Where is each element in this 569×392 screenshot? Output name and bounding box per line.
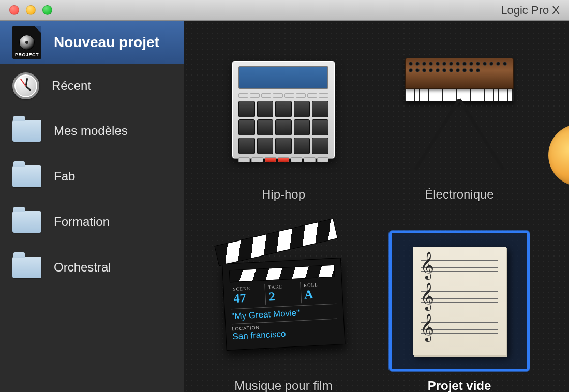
window-titlebar: Logic Pro X <box>0 0 569 21</box>
sidebar-folder-my-templates[interactable]: Mes modèles <box>0 108 184 154</box>
sidebar-item-recent[interactable]: Récent <box>0 64 184 108</box>
zoom-window-button[interactable] <box>42 5 52 15</box>
clock-icon <box>12 72 39 99</box>
clap-roll-value: A <box>304 287 333 302</box>
folder-icon <box>12 257 41 278</box>
project-file-icon: PROJECT <box>12 26 41 59</box>
sidebar-folder-orchestral[interactable]: Orchestral <box>0 245 184 290</box>
clapperboard-icon: SCENE 47 TAKE 2 ROLL A <box>221 251 345 351</box>
folder-icon <box>12 120 41 142</box>
close-window-button[interactable] <box>9 5 19 15</box>
sheet-music-icon <box>413 247 506 355</box>
sidebar-folder-formation[interactable]: Formation <box>0 199 184 245</box>
clap-take-value: 2 <box>268 289 298 304</box>
template-item-film-music[interactable]: SCENE 47 TAKE 2 ROLL A <box>201 231 366 392</box>
sidebar-item-label: Orchestral <box>54 260 111 275</box>
template-caption: Projet vide <box>428 379 491 392</box>
template-item-electronic[interactable]: Électronique <box>377 39 542 225</box>
sidebar-item-label: Nouveau projet <box>54 34 159 51</box>
window-title: Logic Pro X <box>501 0 560 21</box>
sidebar-item-label: Fab <box>54 169 75 184</box>
project-badge-label: PROJECT <box>15 52 39 57</box>
drum-machine-icon <box>232 61 335 159</box>
folder-icon <box>12 165 41 187</box>
template-caption: Hip-hop <box>262 187 305 202</box>
window-controls <box>9 5 52 15</box>
sidebar-item-label: Récent <box>52 79 91 93</box>
sidebar: PROJECT Nouveau projet Récent Mes modèle… <box>0 21 184 392</box>
sidebar-item-new-project[interactable]: PROJECT Nouveau projet <box>0 21 184 64</box>
minimize-window-button[interactable] <box>26 5 36 15</box>
template-grid: Hip-hop <box>201 39 552 392</box>
template-caption: Électronique <box>425 187 493 202</box>
template-item-hiphop[interactable]: Hip-hop <box>201 39 366 225</box>
template-panel: Hip-hop <box>184 21 569 392</box>
folder-icon <box>12 211 41 233</box>
template-item-empty-project[interactable]: Projet vide <box>377 231 542 392</box>
clap-scene-value: 47 <box>233 290 263 306</box>
template-caption: Musique pour film <box>234 379 332 392</box>
sidebar-folder-fab[interactable]: Fab <box>0 154 184 199</box>
sidebar-item-label: Mes modèles <box>54 124 128 138</box>
sidebar-item-label: Formation <box>54 215 110 229</box>
synth-icon <box>400 58 519 161</box>
